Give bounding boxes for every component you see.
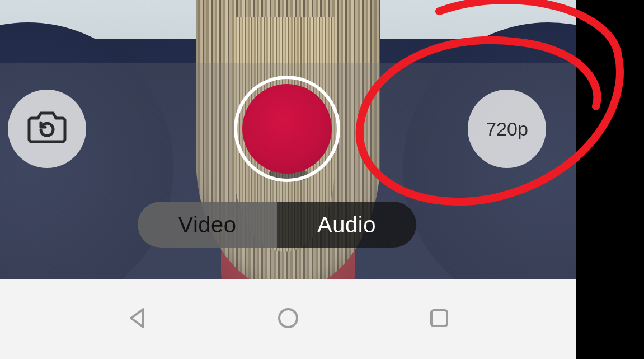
nav-back-button[interactable] (124, 305, 151, 334)
svg-rect-1 (431, 310, 447, 326)
recents-square-icon (426, 305, 453, 332)
record-icon (242, 84, 332, 174)
resolution-button[interactable]: 720p (468, 90, 546, 168)
home-circle-icon (275, 305, 302, 332)
mode-selector[interactable]: Video Audio (138, 202, 416, 248)
camera-flip-icon (27, 109, 67, 148)
switch-camera-button[interactable] (8, 90, 86, 168)
android-nav-bar (0, 279, 576, 359)
mode-option-video[interactable]: Video (138, 202, 277, 248)
camera-app-screen: 720p Video Audio (0, 0, 644, 359)
resolution-label: 720p (486, 118, 528, 140)
screen-black-edge (576, 0, 644, 359)
record-button[interactable] (234, 76, 340, 182)
mode-option-audio[interactable]: Audio (277, 202, 416, 248)
nav-recents-button[interactable] (426, 305, 453, 334)
svg-point-0 (279, 309, 297, 327)
nav-home-button[interactable] (275, 305, 302, 334)
back-triangle-icon (124, 305, 151, 332)
